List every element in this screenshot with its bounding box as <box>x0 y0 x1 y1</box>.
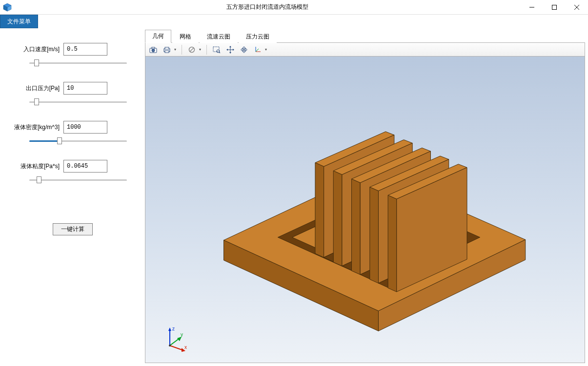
menu-bar: 文件菜单 <box>0 15 588 28</box>
svg-marker-55 <box>168 327 171 331</box>
density-row: 液体密度[kg/m^3] <box>5 121 140 134</box>
view-tabs: 几何 网格 流速云图 压力云图 <box>145 31 585 43</box>
svg-rect-4 <box>552 5 557 9</box>
outlet-pressure-row: 出口压力[Pa] <box>5 82 140 95</box>
window-controls <box>521 0 588 15</box>
svg-rect-11 <box>165 47 169 49</box>
svg-point-60 <box>169 345 171 347</box>
axis-triad: z x y <box>160 324 189 353</box>
tab-geometry[interactable]: 几何 <box>145 30 171 43</box>
inlet-velocity-label: 入口速度[m/s] <box>5 45 63 54</box>
svg-point-26 <box>243 49 245 50</box>
outlet-pressure-input[interactable] <box>63 82 107 95</box>
svg-marker-52 <box>388 195 397 292</box>
outlet-pressure-slider[interactable] <box>29 101 127 103</box>
axis-z-label: z <box>172 326 175 331</box>
axis-y-label: y <box>181 332 183 337</box>
tab-mesh[interactable]: 网格 <box>172 30 199 43</box>
parameter-panel: 入口速度[m/s] 出口压力[Pa] 液体密度[kg/m^3] 液体粘度[Pa*… <box>0 28 145 366</box>
close-button[interactable] <box>566 0 588 15</box>
viewer-toolbar: ▾ ▾ ▾ <box>145 43 585 57</box>
3d-viewport[interactable]: .ftop{fill:#c9812f;stroke:#402a0a;stroke… <box>145 57 585 363</box>
print-dropdown-icon[interactable]: ▾ <box>173 47 178 52</box>
inlet-velocity-input[interactable] <box>63 43 107 56</box>
rotate-icon[interactable] <box>238 44 250 55</box>
axis-icon[interactable] <box>252 44 264 55</box>
svg-line-56 <box>170 346 183 350</box>
svg-line-29 <box>256 49 259 52</box>
inlet-velocity-row: 入口速度[m/s] <box>5 43 140 56</box>
svg-line-17 <box>219 52 220 53</box>
print-icon[interactable] <box>161 44 173 55</box>
viscosity-input[interactable] <box>63 160 107 173</box>
compute-button[interactable]: 一键计算 <box>53 223 93 235</box>
disable-icon[interactable] <box>186 44 198 55</box>
zoom-box-icon[interactable] <box>211 44 223 55</box>
inlet-velocity-slider[interactable] <box>29 62 127 64</box>
axis-dropdown-icon[interactable]: ▾ <box>264 47 268 52</box>
svg-point-9 <box>152 49 155 52</box>
geometry-model: .ftop{fill:#c9812f;stroke:#402a0a;stroke… <box>145 57 585 363</box>
minimize-button[interactable] <box>521 0 543 15</box>
svg-rect-12 <box>165 51 169 53</box>
svg-marker-21 <box>229 52 231 54</box>
content-area: 入口速度[m/s] 出口压力[Pa] 液体密度[kg/m^3] 液体粘度[Pa*… <box>0 28 588 366</box>
outlet-pressure-label: 出口压力[Pa] <box>5 84 63 93</box>
viscosity-row: 液体粘度[Pa*s] <box>5 160 140 173</box>
tab-pressure[interactable]: 压力云图 <box>239 30 277 43</box>
viscosity-label: 液体粘度[Pa*s] <box>5 162 63 171</box>
svg-marker-36 <box>315 163 324 257</box>
svg-line-14 <box>190 48 194 52</box>
svg-marker-44 <box>352 179 361 274</box>
pan-icon[interactable] <box>224 44 236 55</box>
tab-velocity[interactable]: 流速云图 <box>200 30 238 43</box>
app-icon <box>0 0 14 15</box>
file-menu[interactable]: 文件菜单 <box>0 15 38 28</box>
viewer-panel: 几何 网格 流速云图 压力云图 ▾ ▾ <box>145 28 588 366</box>
density-input[interactable] <box>63 121 107 134</box>
disable-dropdown-icon[interactable]: ▾ <box>198 47 203 52</box>
camera-icon[interactable] <box>147 44 159 55</box>
svg-marker-23 <box>233 49 234 51</box>
viscosity-slider[interactable] <box>29 179 127 181</box>
svg-marker-22 <box>226 49 228 51</box>
svg-marker-40 <box>333 171 342 266</box>
axis-x-label: x <box>184 345 187 350</box>
title-bar: 五方形进口封闭流道内流场模型 <box>0 0 588 15</box>
maximize-button[interactable] <box>543 0 566 15</box>
svg-marker-48 <box>370 187 379 283</box>
svg-marker-20 <box>229 46 231 47</box>
svg-marker-59 <box>177 337 182 341</box>
density-slider[interactable] <box>29 140 127 142</box>
window-title: 五方形进口封闭流道内流场模型 <box>14 3 521 11</box>
svg-rect-8 <box>152 47 155 49</box>
density-label: 液体密度[kg/m^3] <box>5 123 63 132</box>
svg-rect-15 <box>213 47 219 52</box>
